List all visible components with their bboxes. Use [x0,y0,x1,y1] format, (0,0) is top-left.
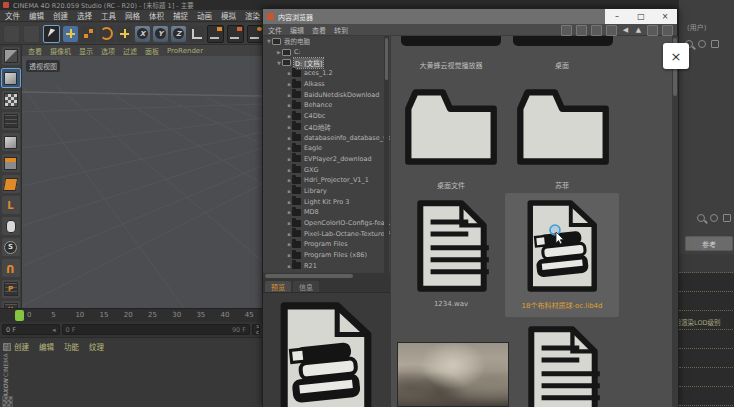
material-menu-item[interactable]: 编辑 [39,341,54,352]
user-icon[interactable] [698,40,706,48]
app-menu-item[interactable]: 模拟 [221,10,236,21]
app-menu-item[interactable]: 渲染 [245,10,260,21]
browser-menu-item[interactable]: 文件 [268,25,282,35]
snap-toggle-icon[interactable]: S [2,238,20,256]
panel-tab-label[interactable]: (用户) [687,22,706,32]
browser-item-label[interactable]: 1234.wav [396,300,506,308]
move-tool[interactable] [63,26,78,42]
viewport-menu-item[interactable]: 过滤 [123,46,137,56]
folder-icon-partial[interactable] [401,36,501,46]
browser-menu-item[interactable]: 编辑 [290,25,304,35]
axis-y-lock[interactable]: Y [153,26,168,42]
render-view-button[interactable] [207,25,224,43]
tree-item[interactable]: ▪C4D地砖 [263,122,390,133]
workplane-mode-icon[interactable] [2,112,20,130]
app-menu-item[interactable]: 选择 [77,10,92,21]
hdri-thumbnail[interactable] [397,342,509,407]
viewport-menu-item[interactable]: 显示 [79,46,93,56]
frame-spinner-icon[interactable]: ◂ [52,326,55,334]
user-icon[interactable] [591,25,602,36]
scroll-thumb[interactable] [385,38,388,80]
search-icon[interactable] [647,25,658,36]
app-menu-item[interactable]: 网格 [125,10,140,21]
cloud-icon[interactable] [576,25,587,36]
frame-range-slider[interactable]: 0 F 90 F [62,324,250,335]
floating-close-button[interactable]: × [663,43,689,69]
app-menu-item[interactable]: 编辑 [29,10,44,21]
layout-grid-icon[interactable] [2,396,13,407]
maximize-button[interactable]: □ [629,9,653,24]
timeline-playhead[interactable] [15,310,24,321]
tree-item[interactable]: ▪databaseinfo_database_vbs [263,132,390,143]
attribute-row[interactable] [679,273,734,292]
polygon-mode-icon[interactable] [2,175,20,193]
tree-vertical-scrollbar[interactable] [384,36,389,273]
app-menu-item[interactable]: 工具 [101,10,116,21]
gear-icon[interactable] [723,214,731,222]
viewport[interactable]: 查看摄像机显示选项过滤面板ProRender 透视视图 [22,45,262,308]
tree-item[interactable]: ▪Eagle [263,143,390,154]
viewport-menu-item[interactable]: 查看 [28,46,42,56]
folder-icon-partial[interactable] [513,36,613,46]
tree-item[interactable]: ▶C: [263,47,390,58]
axis-z-lock[interactable]: Z [171,26,186,42]
point-mode-icon[interactable] [2,133,20,151]
tree-item[interactable]: ▪EVPlayer2_download [263,154,390,165]
material-menu-item[interactable]: 创建 [14,341,29,352]
tree-item[interactable]: ▪Light Kit Pro 3 [263,196,390,207]
attribute-row[interactable] [679,330,734,349]
user-icon[interactable] [710,214,718,222]
viewport-menu-item[interactable]: 面板 [145,46,159,56]
browser-item-label[interactable]: 大黄蜂云视觉播放器 [396,60,506,70]
tab-preview[interactable]: 预览 [265,281,291,292]
app-menu-item[interactable]: 动画 [197,10,212,21]
document-item-icon[interactable] [413,198,491,294]
texture-mode-icon[interactable] [2,91,20,109]
app-menu-item[interactable]: 捕捉 [173,10,188,21]
folder-item-icon[interactable] [513,84,613,168]
last-tool[interactable] [117,26,132,42]
material-menu-item[interactable]: 纹理 [89,341,104,352]
search-icon[interactable] [697,214,705,222]
live-selection-tool[interactable] [43,25,60,43]
current-frame-field[interactable]: 0 F ◂ [2,324,60,335]
browser-item-label[interactable]: 桌面 [507,60,617,70]
tree-item[interactable]: ▪aces_1.2 [263,68,390,79]
viewport-menu-item[interactable]: 选项 [101,46,115,56]
viewport-menu-item[interactable]: 摄像机 [50,46,71,56]
up-icon[interactable]: ▲ [634,26,643,35]
filter-icon[interactable] [561,25,572,36]
columns-icon[interactable] [606,25,617,36]
app-menu-item[interactable]: 体积 [149,10,164,21]
minimize-button[interactable]: – [605,9,629,24]
back-icon[interactable]: ◀ [621,26,630,35]
viewport-solo-icon[interactable] [2,217,20,235]
tree-item[interactable]: ▪Hdri_Projector_V1_1 [263,175,390,186]
tree-item-selected[interactable]: ▼D: [文档] [263,57,390,68]
tree-item[interactable]: ▪MD8 [263,207,390,218]
panel-icon[interactable] [662,25,673,36]
tab-info[interactable]: 信息 [293,281,319,292]
rotate-tool[interactable] [99,26,114,42]
tree-item[interactable]: ▪Behance [263,100,390,111]
browser-item-label[interactable]: 桌面文件 [396,180,506,190]
tree-item[interactable]: ▪GXG [263,164,390,175]
browser-item-label[interactable]: 苏菲 [507,180,617,190]
tree-item[interactable]: ▪BaiduNetdiskDownload [263,89,390,100]
browser-menu-item[interactable]: 查看 [312,25,326,35]
attribute-row[interactable] [679,368,734,387]
browser-menu-item[interactable]: 转到 [334,25,348,35]
scroll-thumb[interactable] [265,274,353,278]
tree-item[interactable]: ▪Program Files (x86) [263,250,390,261]
folder-item-icon[interactable] [401,84,501,168]
magnet-tool-icon[interactable]: U [2,259,20,277]
timeline-ruler[interactable]: 051015202530354045 [0,308,262,323]
end-frame-field[interactable]: 90 F [252,324,260,335]
tree-item[interactable]: ▪Pixel-Lab-Octane-Texture-P [263,228,390,239]
tree-item[interactable]: ▪Alkass [263,79,390,90]
coordinate-system-toggle[interactable] [189,26,204,42]
attribute-row[interactable]: 使用渲染LOD级别 [679,311,734,330]
gear-icon[interactable] [711,40,719,48]
material-menu-item[interactable]: 功能 [64,341,79,352]
reference-button[interactable]: 参考 [685,236,733,251]
